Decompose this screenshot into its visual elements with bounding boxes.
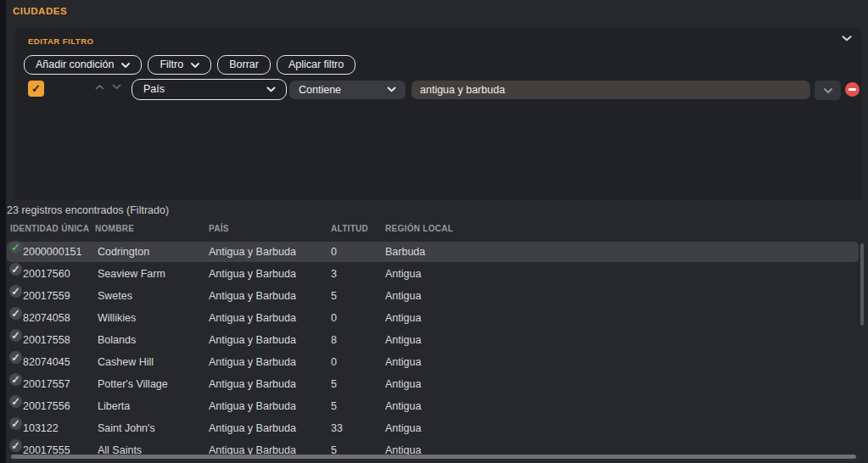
cell-altitud: 5	[331, 395, 337, 417]
cell-nombre: Bolands	[98, 329, 136, 351]
condition-reorder-controls	[95, 84, 121, 90]
check-circle-icon: ✓	[9, 351, 22, 364]
remove-condition-button[interactable]	[845, 82, 860, 97]
cell-altitud: 33	[331, 417, 343, 439]
apply-filter-label: Aplicar filtro	[288, 59, 344, 70]
checkmark-icon: ✓	[31, 82, 41, 95]
apply-filter-button[interactable]: Aplicar filtro	[277, 55, 356, 75]
cell-pais: Antigua y Barbuda	[209, 395, 296, 417]
column-header-nombre[interactable]: NOMBRE	[95, 224, 134, 233]
value-suggestions-dropdown[interactable]	[815, 81, 841, 100]
clear-filter-button[interactable]: Borrar	[217, 55, 271, 75]
chevron-down-icon	[112, 84, 121, 90]
cell-identidad-unica: 2000000151	[23, 241, 82, 263]
cell-region-local: Antigua	[385, 351, 421, 373]
horizontal-scrollbar[interactable]	[11, 455, 856, 459]
table-row[interactable]: ✓ 82074058 Willikies Antigua y Barbuda 0…	[0, 307, 868, 329]
cell-pais: Antigua y Barbuda	[209, 241, 296, 263]
filter-panel-title: EDITAR FILTRO	[28, 36, 93, 46]
cell-nombre: Potter's Village	[98, 373, 168, 395]
table-row[interactable]: ✓ 20017557 Potter's Village Antigua y Ba…	[0, 373, 868, 395]
condition-value-input[interactable]	[412, 81, 810, 99]
check-circle-icon: ✓	[9, 307, 22, 320]
filter-menu-button[interactable]: Filtro	[148, 55, 211, 75]
filter-menu-label: Filtro	[160, 59, 183, 70]
row-highlight	[7, 286, 859, 306]
cell-altitud: 5	[331, 285, 337, 307]
check-circle-icon: ✓	[9, 263, 22, 276]
cell-pais: Antigua y Barbuda	[209, 417, 296, 439]
table-row[interactable]: ✓ 2000000151 Codrington Antigua y Barbud…	[0, 241, 868, 263]
vertical-scrollbar[interactable]	[860, 243, 864, 326]
cell-nombre: Liberta	[98, 395, 130, 417]
cell-region-local: Antigua	[385, 329, 421, 351]
cell-altitud: 0	[331, 351, 337, 373]
add-condition-button[interactable]: Añadir condición	[24, 55, 142, 75]
collapse-panel-button[interactable]	[842, 36, 852, 42]
cell-identidad-unica: 20017558	[23, 329, 70, 351]
clear-filter-label: Borrar	[229, 59, 259, 70]
cell-region-local: Antigua	[385, 373, 421, 395]
records-count: 23 registros encontrados (Filtrado)	[7, 204, 169, 216]
cell-region-local: Antigua	[385, 263, 421, 285]
cell-nombre: Codrington	[98, 241, 149, 263]
cell-pais: Antigua y Barbuda	[209, 373, 296, 395]
cell-pais: Antigua y Barbuda	[209, 351, 296, 373]
chevron-up-icon	[95, 84, 104, 90]
cell-nombre: Saint John's	[98, 417, 155, 439]
cell-identidad-unica: 82074045	[23, 351, 70, 373]
cell-identidad-unica: 20017559	[23, 285, 70, 307]
check-circle-icon: ✓	[9, 241, 22, 254]
table-body: ✓ 2000000151 Codrington Antigua y Barbud…	[0, 241, 868, 463]
cell-nombre: Seaview Farm	[98, 263, 165, 285]
cell-region-local: Barbuda	[385, 241, 425, 263]
filter-toolbar: Añadir condición Filtro Borrar Aplicar f…	[24, 55, 356, 75]
move-condition-down-button[interactable]	[112, 84, 121, 90]
cell-nombre: Willikies	[98, 307, 136, 329]
cell-identidad-unica: 103122	[23, 417, 59, 439]
column-header-identidad-unica[interactable]: IDENTIDAD ÚNICA	[10, 224, 89, 233]
chevron-down-icon	[842, 36, 852, 42]
chevron-down-icon	[121, 63, 130, 68]
move-condition-up-button[interactable]	[95, 84, 104, 90]
chevron-down-icon	[266, 86, 276, 92]
table-row[interactable]: ✓ 20017560 Seaview Farm Antigua y Barbud…	[0, 263, 868, 285]
column-header-altitud[interactable]: ALTITUD	[331, 224, 368, 233]
table-header: IDENTIDAD ÚNICA NOMBRE PAÍS ALTITUD REGI…	[0, 224, 868, 237]
cell-region-local: Antigua	[385, 307, 421, 329]
cell-pais: Antigua y Barbuda	[209, 329, 296, 351]
table-row[interactable]: ✓ 103122 Saint John's Antigua y Barbuda …	[0, 417, 868, 439]
column-header-pais[interactable]: PAÍS	[209, 224, 229, 233]
table-row[interactable]: ✓ 20017556 Liberta Antigua y Barbuda 5 A…	[0, 395, 868, 417]
chevron-down-icon	[824, 88, 832, 93]
check-circle-icon: ✓	[9, 285, 22, 298]
column-header-region-local[interactable]: REGIÓN LOCAL	[385, 224, 453, 233]
chevron-down-icon	[191, 63, 199, 68]
cell-pais: Antigua y Barbuda	[209, 285, 296, 307]
minus-icon	[848, 88, 856, 90]
page-title: CIUDADES	[13, 6, 67, 16]
cell-region-local: Antigua	[385, 417, 421, 439]
check-circle-icon: ✓	[9, 329, 22, 342]
table-row[interactable]: ✓ 82074045 Cashew Hill Antigua y Barbuda…	[0, 351, 868, 373]
table-row[interactable]: ✓ 20017559 Swetes Antigua y Barbuda 5 An…	[0, 285, 868, 307]
condition-field-value: País	[143, 83, 165, 95]
cell-nombre: Cashew Hill	[98, 351, 154, 373]
check-circle-icon: ✓	[9, 439, 22, 452]
condition-operator-dropdown[interactable]: Contiene	[289, 81, 406, 99]
condition-checkbox[interactable]: ✓	[28, 81, 44, 97]
cell-pais: Antigua y Barbuda	[209, 307, 296, 329]
cell-identidad-unica: 20017556	[23, 395, 70, 417]
check-circle-icon: ✓	[9, 395, 22, 408]
cell-nombre: Swetes	[98, 285, 132, 307]
filter-editor-panel: EDITAR FILTRO Añadir condición Filtro Bo…	[15, 28, 861, 200]
cell-region-local: Antigua	[385, 395, 421, 417]
cell-region-local: Antigua	[385, 285, 421, 307]
cell-identidad-unica: 82074058	[23, 307, 70, 329]
cell-identidad-unica: 20017560	[23, 263, 70, 285]
editor-window: CIUDADES EDITAR FILTRO Añadir condición …	[0, 0, 868, 463]
condition-operator-value: Contiene	[299, 84, 341, 96]
table-row[interactable]: ✓ 20017558 Bolands Antigua y Barbuda 8 A…	[0, 329, 868, 351]
cell-altitud: 8	[331, 329, 337, 351]
condition-field-dropdown[interactable]: País	[132, 79, 287, 100]
